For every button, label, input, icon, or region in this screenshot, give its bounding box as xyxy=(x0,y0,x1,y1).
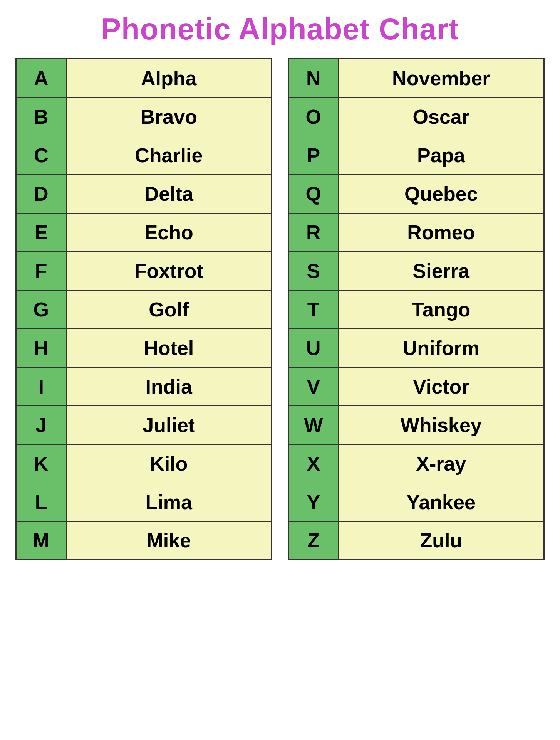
word-cell: Lima xyxy=(66,483,272,521)
letter-cell: A xyxy=(16,59,66,98)
letter-cell: Y xyxy=(288,483,339,521)
letter-cell: V xyxy=(288,367,339,406)
word-cell: Oscar xyxy=(339,98,544,136)
word-cell: Juliet xyxy=(66,406,272,444)
table-row: UUniform xyxy=(288,329,544,367)
letter-cell: H xyxy=(16,329,66,367)
table-row: RRomeo xyxy=(288,213,544,252)
word-cell: Echo xyxy=(66,213,272,252)
letter-cell: Q xyxy=(288,175,339,213)
table-row: ZZulu xyxy=(288,521,544,560)
word-cell: Sierra xyxy=(339,252,544,290)
letter-cell: I xyxy=(16,367,66,406)
table-row: BBravo xyxy=(16,98,272,136)
word-cell: Whiskey xyxy=(339,406,544,444)
right-table: NNovemberOOscarPPapaQQuebecRRomeoSSierra… xyxy=(288,58,545,560)
table-row: NNovember xyxy=(288,59,544,98)
letter-cell: T xyxy=(288,290,339,329)
letter-cell: S xyxy=(288,252,339,290)
letter-cell: D xyxy=(16,175,66,213)
word-cell: Delta xyxy=(66,175,272,213)
letter-cell: C xyxy=(16,136,66,175)
letter-cell: G xyxy=(16,290,66,329)
table-row: LLima xyxy=(16,483,272,521)
letter-cell: X xyxy=(288,444,339,483)
letter-cell: F xyxy=(16,252,66,290)
word-cell: Zulu xyxy=(339,521,544,560)
table-row: DDelta xyxy=(16,175,272,213)
word-cell: Hotel xyxy=(66,329,272,367)
table-row: PPapa xyxy=(288,136,544,175)
table-row: TTango xyxy=(288,290,544,329)
word-cell: November xyxy=(339,59,544,98)
table-row: CCharlie xyxy=(16,136,272,175)
word-cell: Golf xyxy=(66,290,272,329)
table-row: IIndia xyxy=(16,367,272,406)
table-row: YYankee xyxy=(288,483,544,521)
letter-cell: L xyxy=(16,483,66,521)
word-cell: Charlie xyxy=(66,136,272,175)
letter-cell: U xyxy=(288,329,339,367)
word-cell: Quebec xyxy=(339,175,544,213)
table-row: MMike xyxy=(16,521,272,560)
table-row: KKilo xyxy=(16,444,272,483)
table-row: QQuebec xyxy=(288,175,544,213)
word-cell: Alpha xyxy=(66,59,272,98)
letter-cell: E xyxy=(16,213,66,252)
letter-cell: B xyxy=(16,98,66,136)
letter-cell: O xyxy=(288,98,339,136)
word-cell: Romeo xyxy=(339,213,544,252)
word-cell: Tango xyxy=(339,290,544,329)
left-table: AAlphaBBravoCCharlieDDeltaEEchoFFoxtrotG… xyxy=(15,58,272,560)
table-row: OOscar xyxy=(288,98,544,136)
letter-cell: P xyxy=(288,136,339,175)
table-row: WWhiskey xyxy=(288,406,544,444)
page-container: Phonetic Alphabet Chart AAlphaBBravoCCha… xyxy=(15,12,545,560)
letter-cell: N xyxy=(288,59,339,98)
table-row: GGolf xyxy=(16,290,272,329)
charts-wrapper: AAlphaBBravoCCharlieDDeltaEEchoFFoxtrotG… xyxy=(15,58,545,560)
letter-cell: J xyxy=(16,406,66,444)
table-row: AAlpha xyxy=(16,59,272,98)
word-cell: X-ray xyxy=(339,444,544,483)
word-cell: Mike xyxy=(66,521,272,560)
letter-cell: M xyxy=(16,521,66,560)
table-row: EEcho xyxy=(16,213,272,252)
word-cell: Bravo xyxy=(66,98,272,136)
word-cell: India xyxy=(66,367,272,406)
table-row: XX-ray xyxy=(288,444,544,483)
word-cell: Foxtrot xyxy=(66,252,272,290)
letter-cell: Z xyxy=(288,521,339,560)
word-cell: Yankee xyxy=(339,483,544,521)
table-row: SSierra xyxy=(288,252,544,290)
table-row: FFoxtrot xyxy=(16,252,272,290)
letter-cell: R xyxy=(288,213,339,252)
word-cell: Victor xyxy=(339,367,544,406)
word-cell: Papa xyxy=(339,136,544,175)
table-row: JJuliet xyxy=(16,406,272,444)
table-row: VVictor xyxy=(288,367,544,406)
page-title: Phonetic Alphabet Chart xyxy=(15,12,545,47)
table-row: HHotel xyxy=(16,329,272,367)
letter-cell: K xyxy=(16,444,66,483)
letter-cell: W xyxy=(288,406,339,444)
word-cell: Uniform xyxy=(339,329,544,367)
word-cell: Kilo xyxy=(66,444,272,483)
